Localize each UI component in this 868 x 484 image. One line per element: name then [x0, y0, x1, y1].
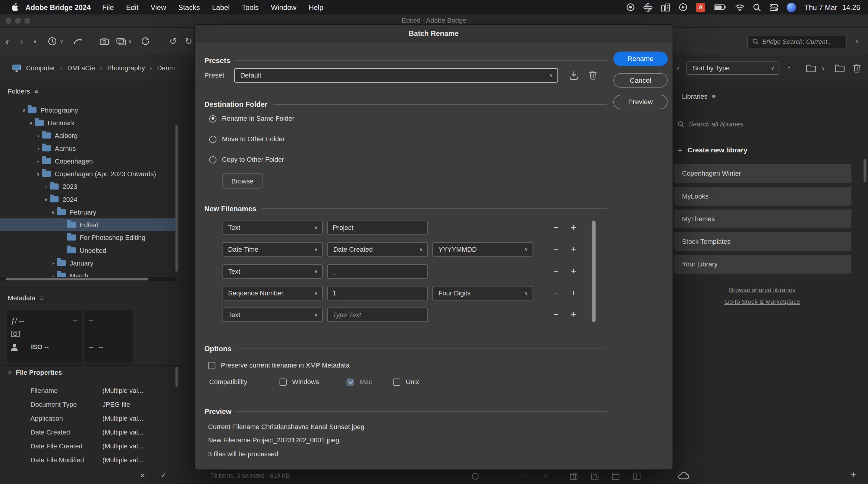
filter-chevron-icon[interactable]: ∨: [676, 55, 680, 82]
radio-selected-icon[interactable]: [209, 115, 216, 122]
sort-ascending-icon[interactable]: ↑: [787, 55, 791, 82]
create-new-library-button[interactable]: + Create new library: [678, 145, 747, 154]
folder-tree-item[interactable]: ∨ February: [0, 205, 176, 218]
breadcrumb-dmlacie[interactable]: DMLaCie: [67, 64, 95, 72]
chevron-right-icon[interactable]: ›: [34, 133, 42, 139]
chevron-right-icon[interactable]: ›: [49, 260, 57, 266]
preset-dropdown[interactable]: Default ∨: [234, 68, 558, 83]
menu-bar-time[interactable]: 14.26: [842, 3, 860, 11]
cloud-sync-icon[interactable]: [678, 471, 689, 480]
user-avatar[interactable]: [786, 2, 796, 12]
filename-rows-scrollbar[interactable]: [592, 221, 595, 322]
move-to-other-folder-option[interactable]: Move to Other Folder: [209, 134, 285, 145]
cancel-button[interactable]: Cancel: [613, 73, 668, 87]
play-circle-icon[interactable]: [679, 3, 687, 11]
breadcrumb-denmark[interactable]: Denm: [157, 64, 175, 72]
panel-menu-icon[interactable]: ≡: [34, 87, 38, 95]
history-chevron-icon[interactable]: ∨: [60, 28, 63, 55]
chevron-down-icon[interactable]: ∨: [27, 120, 35, 125]
library-item[interactable]: MyLooks: [674, 187, 851, 205]
folder-tree-item[interactable]: Unedited: [0, 244, 176, 256]
folder-tree-item[interactable]: › Copenhagen: [0, 154, 176, 167]
chevron-down-icon[interactable]: ∨: [8, 370, 11, 375]
remove-element-button[interactable]: −: [550, 266, 561, 276]
trash-icon[interactable]: [853, 55, 861, 82]
copy-to-other-folder-option[interactable]: Copy to Other Folder: [209, 154, 284, 165]
forward-button[interactable]: ›: [20, 28, 24, 55]
element-type-dropdown[interactable]: Sequence Number∨: [222, 286, 323, 301]
folder-icon[interactable]: [835, 55, 845, 82]
scrollbar-thumb[interactable]: [5, 278, 148, 280]
library-item[interactable]: Copenhagen Winter: [674, 164, 851, 183]
radio-icon[interactable]: [209, 136, 216, 143]
menu-tools[interactable]: Tools: [236, 3, 265, 11]
element-type-dropdown[interactable]: Text∨: [222, 308, 323, 322]
file-properties-header[interactable]: ∨ File Properties: [8, 368, 62, 376]
control-center-icon[interactable]: [770, 4, 778, 11]
text-value-input[interactable]: [327, 264, 428, 279]
element-type-dropdown[interactable]: Date Time∨: [222, 242, 323, 257]
digits-format-dropdown[interactable]: Four Digits∨: [432, 286, 533, 301]
menu-label[interactable]: Label: [206, 3, 236, 11]
folder-tree-item[interactable]: › January: [0, 256, 176, 269]
delete-preset-icon[interactable]: [589, 70, 597, 80]
metadata-panel-header[interactable]: Metadata ≡: [8, 294, 44, 302]
remove-element-button[interactable]: −: [550, 288, 561, 298]
battery-icon[interactable]: [714, 4, 727, 10]
thumbnail-larger-icon[interactable]: +: [544, 471, 548, 480]
chevron-down-icon[interactable]: ∨: [42, 196, 50, 202]
folders-vertical-scrollbar[interactable]: [176, 124, 178, 272]
rotate-right-icon[interactable]: ↻: [185, 28, 192, 55]
wifi-icon[interactable]: [735, 4, 745, 11]
metadata-apply-icon[interactable]: ✓: [161, 471, 167, 480]
library-item[interactable]: MyThemes: [674, 209, 851, 228]
panel-menu-icon[interactable]: ≡: [712, 93, 716, 101]
preview-button[interactable]: Preview: [613, 95, 668, 109]
add-element-button[interactable]: +: [568, 310, 579, 320]
breadcrumb-photography[interactable]: Photography: [107, 64, 145, 72]
boomerang-icon[interactable]: [73, 28, 83, 55]
add-element-button[interactable]: +: [568, 223, 579, 233]
radio-icon[interactable]: [209, 156, 216, 163]
libraries-panel-header[interactable]: Libraries ≡: [682, 93, 716, 101]
menu-edit[interactable]: Edit: [120, 3, 145, 11]
breadcrumb-computer[interactable]: Computer: [26, 64, 55, 72]
remove-element-button[interactable]: −: [550, 223, 561, 233]
date-format-dropdown[interactable]: YYYYMMDD∨: [432, 242, 533, 257]
libraries-scrollbar[interactable]: [864, 159, 866, 182]
chevron-down-icon[interactable]: ∨: [20, 107, 28, 113]
libraries-search[interactable]: Search all libraries: [678, 120, 743, 128]
menu-view[interactable]: View: [145, 3, 173, 11]
stock-marketplace-link[interactable]: Go to Stock & Marketplace: [673, 298, 851, 305]
remove-element-button[interactable]: −: [550, 310, 561, 320]
chevron-right-icon[interactable]: ›: [34, 158, 42, 164]
folder-tree-item[interactable]: ∨ 2024: [0, 193, 176, 205]
menu-file[interactable]: File: [96, 3, 120, 11]
folder-tree-item-selected[interactable]: Edited: [0, 219, 176, 231]
rating-dial-icon[interactable]: [472, 473, 479, 480]
element-type-dropdown[interactable]: Text∨: [222, 264, 323, 279]
new-folder-chevron-icon[interactable]: ∨: [822, 55, 825, 82]
menu-stacks[interactable]: Stacks: [172, 3, 206, 11]
preserve-filename-option[interactable]: Preserve current filename in XMP Metadat…: [208, 360, 350, 371]
text-value-input[interactable]: [327, 308, 428, 322]
folders-horizontal-scrollbar[interactable]: [0, 277, 176, 281]
back-button[interactable]: ‹: [5, 28, 9, 55]
photos-flower-icon[interactable]: [644, 2, 653, 12]
element-type-dropdown[interactable]: Text∨: [222, 221, 323, 235]
library-item[interactable]: Stock Templates: [674, 232, 851, 251]
rotate-left-icon[interactable]: ↺: [169, 28, 177, 55]
chevron-down-icon[interactable]: ∨: [34, 171, 42, 176]
library-item[interactable]: Your Library: [674, 255, 851, 274]
chevron-right-icon[interactable]: ›: [34, 145, 42, 151]
photo-downloader-icon[interactable]: [100, 28, 110, 55]
menu-bar-date[interactable]: Thu 7 Mar: [804, 3, 837, 11]
view-details-icon[interactable]: [591, 473, 598, 480]
folder-tree-item[interactable]: › 2023: [0, 180, 176, 193]
new-synced-file-icon[interactable]: +: [850, 469, 856, 481]
save-preset-icon[interactable]: [569, 71, 578, 80]
rename-in-same-folder-option[interactable]: Rename In Same Folder: [209, 113, 294, 124]
spotlight-search-icon[interactable]: [753, 3, 761, 11]
date-source-dropdown[interactable]: Date Created∨: [327, 242, 428, 257]
app-menu-title[interactable]: Adobe Bridge 2024: [25, 3, 90, 11]
